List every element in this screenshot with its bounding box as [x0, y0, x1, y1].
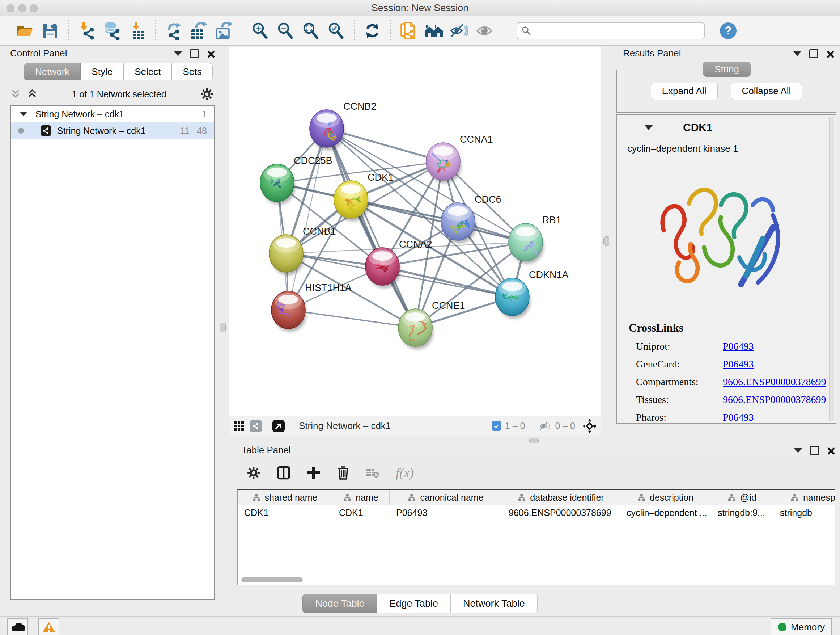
column-header--id[interactable]: @id: [711, 490, 774, 505]
node-CCNE1[interactable]: CCNE1: [398, 300, 465, 349]
panel-menu-icon[interactable]: [174, 51, 182, 56]
edge[interactable]: [327, 128, 415, 328]
delete-column-trash-icon[interactable]: [337, 466, 349, 480]
warnings-button[interactable]: [38, 618, 59, 635]
column-header-namespace[interactable]: namespace: [774, 490, 835, 505]
import-table-button[interactable]: [126, 20, 148, 41]
tab-network-table[interactable]: Network Table: [451, 594, 538, 613]
table-cell[interactable]: stringdb: [774, 505, 835, 521]
selected-checkbox[interactable]: [492, 421, 501, 431]
crosslink-link[interactable]: P06493: [723, 340, 754, 352]
import-network-button[interactable]: [76, 20, 97, 41]
import-network-from-database-button[interactable]: [101, 20, 122, 41]
table-horizontal-scrollbar[interactable]: [241, 578, 303, 582]
zoom-selected-button[interactable]: [325, 20, 347, 41]
tab-style[interactable]: Style: [81, 63, 124, 80]
crosslink-link[interactable]: 9606.ENSP00000378699: [723, 394, 826, 405]
table-cell[interactable]: cyclin–dependent ...: [620, 505, 711, 521]
close-panel-icon[interactable]: [207, 50, 214, 57]
node-section-header[interactable]: CDK1: [619, 117, 829, 138]
column-header-canonical-name[interactable]: canonical name: [390, 490, 502, 505]
table-row[interactable]: CDK1CDK1P064939606.ENSP00000378699cyclin…: [238, 505, 835, 521]
zoom-in-button[interactable]: [249, 20, 271, 41]
node-table[interactable]: shared namenamecanonical namedatabase id…: [237, 489, 835, 585]
network-graph[interactable]: CCNB2CCNA1CDC25BCDK1CDC6RB1CCNB1CCNA2CDK…: [229, 47, 601, 416]
float-panel-icon[interactable]: [810, 446, 819, 455]
column-header-database-identifier[interactable]: database identifier: [502, 490, 620, 505]
edge[interactable]: [288, 310, 415, 328]
close-panel-icon[interactable]: [826, 50, 834, 57]
hide-panels-button[interactable]: [423, 20, 444, 41]
zoom-out-button[interactable]: [275, 20, 296, 41]
node-CDC6[interactable]: CDC6: [441, 194, 501, 243]
bottom-splitter-handle[interactable]: [529, 438, 538, 443]
tab-select[interactable]: Select: [124, 63, 172, 80]
panel-menu-icon[interactable]: [793, 51, 801, 56]
show-columns-icon[interactable]: [277, 466, 290, 480]
float-panel-icon[interactable]: [190, 49, 199, 58]
table-options-gear-icon[interactable]: [247, 466, 261, 480]
node-CCNB1[interactable]: CCNB1: [269, 226, 336, 275]
zoom-fit-button[interactable]: [300, 20, 321, 41]
section-expander-icon[interactable]: [645, 125, 653, 130]
search-input[interactable]: [535, 25, 699, 36]
column-header-description[interactable]: description: [620, 490, 711, 505]
detach-view-button[interactable]: [272, 420, 285, 432]
expand-all-button[interactable]: Expand All: [651, 82, 718, 100]
create-column-plus-icon[interactable]: [307, 466, 321, 480]
network-view-canvas[interactable]: CCNB2CCNA1CDC25BCDK1CDC6RB1CCNB1CCNA2CDK…: [229, 47, 601, 416]
crosslink-link[interactable]: P06493: [723, 358, 754, 370]
open-session-button[interactable]: [14, 20, 35, 41]
edge[interactable]: [351, 200, 526, 242]
crosslink-link[interactable]: 9606.ENSP00000378699: [723, 376, 826, 388]
hide-selected-button[interactable]: [448, 20, 470, 41]
column-header-name[interactable]: name: [332, 490, 390, 505]
export-network-button[interactable]: [163, 20, 184, 41]
collapse-all-button[interactable]: Collapse All: [731, 82, 802, 100]
node-CCNA1[interactable]: CCNA1: [426, 134, 493, 183]
export-image-button[interactable]: [213, 20, 234, 41]
delete-table-icon[interactable]: [366, 467, 379, 478]
search-field[interactable]: [516, 22, 705, 40]
collection-expander-icon[interactable]: [20, 112, 27, 116]
right-splitter-handle[interactable]: [603, 236, 609, 246]
table-cell[interactable]: CDK1: [332, 505, 390, 521]
table-cell[interactable]: stringdb:9...: [711, 505, 774, 521]
node-CDKN1A[interactable]: CDKN1A: [495, 269, 569, 318]
tab-edge-table[interactable]: Edge Table: [377, 594, 451, 613]
node-HIST1H1A[interactable]: HIST1H1A: [271, 282, 352, 332]
birds-eye-grid-icon[interactable]: [234, 421, 245, 432]
tab-network[interactable]: Network: [24, 63, 81, 80]
results-scrollbar[interactable]: [829, 117, 834, 421]
table-cell[interactable]: CDK1: [238, 505, 332, 521]
export-table-button[interactable]: [188, 20, 209, 41]
network-view-type-icon[interactable]: [249, 420, 262, 432]
function-builder-button[interactable]: f(x): [396, 465, 414, 480]
hidden-eye-slash-icon[interactable]: [539, 421, 551, 431]
column-header-shared-name[interactable]: shared name: [238, 490, 332, 505]
save-session-button[interactable]: [40, 20, 61, 41]
help-button[interactable]: ?: [720, 22, 737, 39]
collapse-all-icon[interactable]: [10, 89, 21, 99]
memory-button[interactable]: Memory: [771, 618, 832, 635]
fit-content-crosshair-icon[interactable]: [583, 419, 597, 433]
tab-string[interactable]: String: [703, 62, 751, 77]
first-neighbors-button[interactable]: [398, 20, 419, 41]
left-splitter-handle[interactable]: [220, 323, 226, 333]
network-options-gear-icon[interactable]: [201, 88, 213, 101]
network-row[interactable]: String Network – cdk1 11 48: [11, 122, 214, 139]
tab-node-table[interactable]: Node Table: [302, 594, 377, 613]
panel-menu-icon[interactable]: [794, 448, 802, 453]
cloud-status-button[interactable]: [7, 618, 28, 635]
close-panel-icon[interactable]: [827, 447, 834, 454]
float-panel-icon[interactable]: [809, 49, 818, 58]
table-cell[interactable]: P06493: [390, 505, 502, 521]
show-graphics-button[interactable]: [474, 20, 495, 41]
tab-sets[interactable]: Sets: [172, 63, 213, 80]
apply-layout-button[interactable]: [362, 20, 383, 41]
table-cell[interactable]: 9606.ENSP00000378699: [502, 505, 620, 521]
crosslink-link[interactable]: P06493: [723, 412, 754, 421]
node-RB1[interactable]: RB1: [508, 215, 561, 264]
network-collection-row[interactable]: String Network – cdk1 1: [11, 106, 214, 122]
expand-all-icon[interactable]: [27, 89, 38, 99]
